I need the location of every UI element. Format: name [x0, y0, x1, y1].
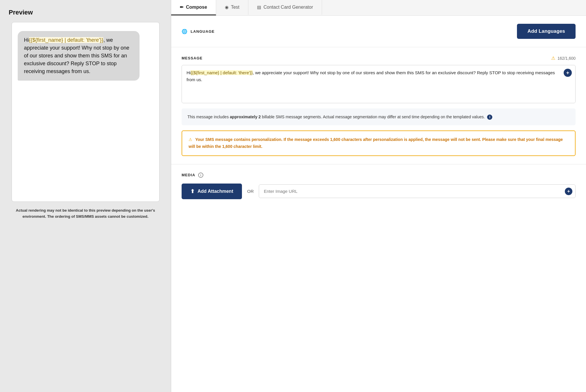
- message-add-button[interactable]: +: [564, 69, 572, 77]
- globe-icon: 🌐: [182, 29, 188, 34]
- char-count: ⚠ 162/1,600: [551, 55, 576, 61]
- eye-icon: ◉: [225, 5, 229, 10]
- preview-title: Preview: [9, 9, 33, 16]
- media-info-icon[interactable]: i: [198, 173, 203, 178]
- upload-icon: ⬆: [190, 188, 195, 195]
- media-section: MEDIA i ⬆ Add Attachment OR +: [171, 164, 586, 207]
- sms-info-box: This message includes approximately 2 bi…: [182, 108, 576, 125]
- info-text-bold: approximately 2: [230, 115, 261, 119]
- tabs-bar: ✏ Compose ◉ Test ▤ Contact Card Generato…: [171, 0, 586, 16]
- or-divider: OR: [247, 189, 254, 194]
- language-section: 🌐 LANGUAGE Add Languages: [171, 16, 586, 47]
- personalization-warning-box: ⚠ Your SMS message contains personalizat…: [182, 130, 576, 156]
- tab-test[interactable]: ◉ Test: [216, 0, 248, 15]
- tab-contact-card-label: Contact Card Generator: [263, 5, 313, 10]
- warning-text: Your SMS message contains personalizatio…: [189, 137, 563, 149]
- sms-bubble: Hi{{${first_name} | default: 'there'}}, …: [18, 31, 140, 81]
- tab-contact-card-generator[interactable]: ▤ Contact Card Generator: [248, 0, 322, 15]
- tab-compose[interactable]: ✏ Compose: [171, 0, 216, 15]
- warning-icon: ⚠: [551, 55, 555, 61]
- compose-icon: ✏: [180, 5, 184, 10]
- phone-preview: Hi{{${first_name} | default: 'there'}}, …: [12, 22, 160, 202]
- message-textarea-wrapper[interactable]: Hi{{${first_name} | default: 'there'}}, …: [182, 65, 576, 103]
- tab-compose-label: Compose: [186, 5, 207, 10]
- message-display[interactable]: Hi{{${first_name} | default: 'there'}}, …: [182, 65, 575, 103]
- message-variable: {{${first_name} | default: 'there'}}: [191, 70, 253, 75]
- warning-triangle-icon: ⚠: [189, 137, 192, 142]
- message-section: MESSAGE ⚠ 162/1,600 Hi{{${first_name} | …: [171, 47, 586, 164]
- preview-footer: Actual rendering may not be identical to…: [6, 202, 165, 220]
- preview-footer-text: Actual rendering may not be identical to…: [9, 208, 162, 220]
- image-url-add-button[interactable]: +: [565, 188, 572, 195]
- media-label: MEDIA: [182, 173, 195, 177]
- tab-test-label: Test: [231, 5, 239, 10]
- preview-panel: Preview Hi{{${first_name} | default: 'th…: [0, 0, 171, 392]
- media-row: ⬆ Add Attachment OR +: [182, 184, 576, 199]
- add-attachment-label: Add Attachment: [198, 189, 233, 194]
- info-text-after: billable SMS message segments. Actual me…: [261, 115, 485, 119]
- sms-text-before-var: Hi: [24, 37, 29, 43]
- card-icon: ▤: [257, 5, 261, 10]
- add-attachment-button[interactable]: ⬆ Add Attachment: [182, 184, 242, 199]
- media-header: MEDIA i: [182, 173, 576, 178]
- right-panel: ✏ Compose ◉ Test ▤ Contact Card Generato…: [171, 0, 586, 392]
- image-url-wrapper: +: [259, 184, 576, 198]
- message-header: MESSAGE ⚠ 162/1,600: [182, 55, 576, 61]
- message-label: MESSAGE: [182, 56, 202, 60]
- char-count-value: 162/1,600: [558, 56, 576, 61]
- language-label-text: LANGUAGE: [191, 29, 215, 34]
- message-text-hi: Hi: [187, 70, 191, 75]
- info-text-before: This message includes: [187, 115, 230, 119]
- preview-header: Preview: [6, 6, 165, 22]
- language-label: 🌐 LANGUAGE: [182, 29, 215, 34]
- add-languages-button[interactable]: Add Languages: [517, 24, 576, 39]
- language-row: 🌐 LANGUAGE Add Languages: [182, 24, 576, 39]
- info-circle-icon[interactable]: i: [487, 115, 492, 120]
- sms-variable: {{${first_name} | default: 'there'}}: [29, 37, 104, 43]
- image-url-input[interactable]: [259, 185, 575, 198]
